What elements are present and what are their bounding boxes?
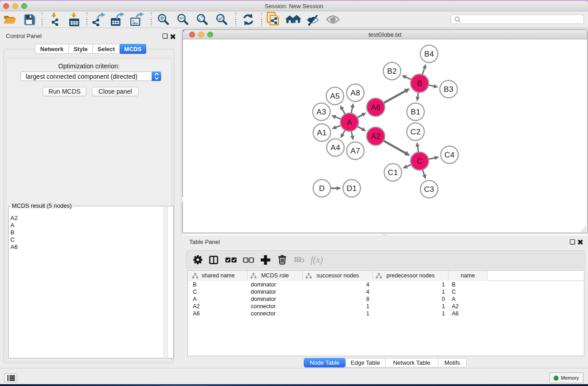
svg-text:A8: A8 <box>350 89 360 97</box>
svg-text:A2: A2 <box>371 132 381 141</box>
svg-text:A: A <box>347 118 352 127</box>
svg-text:B3: B3 <box>444 85 454 94</box>
svg-text:C3: C3 <box>424 185 435 194</box>
svg-text:A7: A7 <box>350 147 360 155</box>
svg-text:D: D <box>319 184 325 193</box>
svg-text:B2: B2 <box>387 67 397 76</box>
svg-text:A4: A4 <box>330 143 340 152</box>
svg-text:C2: C2 <box>411 128 421 136</box>
svg-text:A5: A5 <box>330 92 340 100</box>
svg-text:A3: A3 <box>316 108 326 116</box>
svg-text:C4: C4 <box>445 151 455 159</box>
svg-text:D1: D1 <box>347 184 357 193</box>
svg-text:B4: B4 <box>424 50 434 58</box>
svg-text:C1: C1 <box>388 168 398 177</box>
svg-text:B1: B1 <box>411 108 421 116</box>
svg-text:C: C <box>417 157 423 166</box>
svg-text:A6: A6 <box>371 103 381 112</box>
svg-text:B: B <box>417 79 422 88</box>
svg-text:A1: A1 <box>317 129 327 137</box>
